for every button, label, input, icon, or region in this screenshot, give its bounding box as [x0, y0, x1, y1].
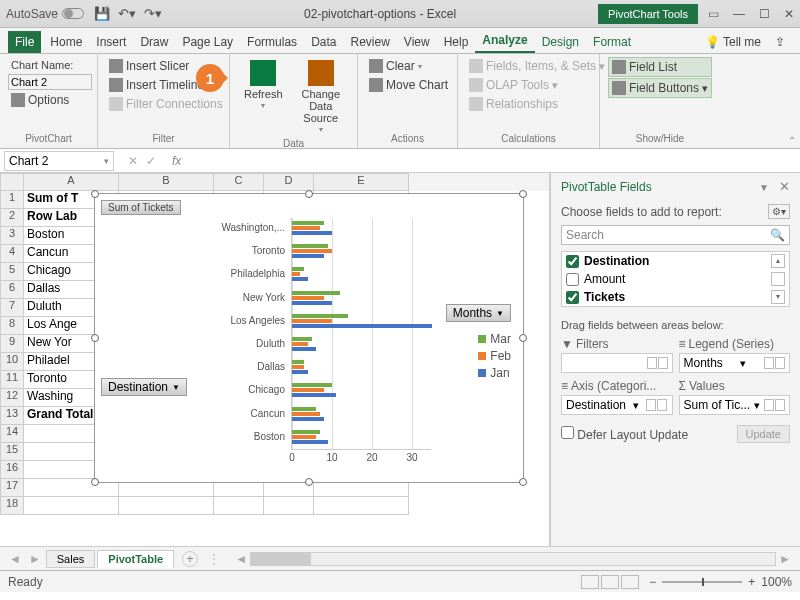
tab-analyze[interactable]: Analyze	[475, 29, 534, 53]
maximize-icon[interactable]: ☐	[759, 7, 770, 21]
clear-button[interactable]: Clear ▾	[366, 57, 451, 75]
fx-label[interactable]: fx	[166, 154, 187, 168]
gear-icon[interactable]: ⚙▾	[768, 204, 790, 219]
autosave-toggle[interactable]: AutoSave	[6, 7, 84, 21]
refresh-button[interactable]: Refresh▾	[238, 57, 289, 138]
horizontal-scrollbar[interactable]: ◄►	[232, 552, 794, 566]
sheet-tab-pivottable[interactable]: PivotTable	[97, 550, 174, 568]
row-header[interactable]: 7	[0, 299, 24, 317]
ribbon: 1 Chart Name: Options PivotChart Insert …	[0, 54, 800, 149]
chart-legend-field-button[interactable]: Months▼	[446, 304, 511, 322]
field-search-input[interactable]: Search🔍	[561, 225, 790, 245]
defer-checkbox[interactable]: Defer Layout Update	[561, 426, 688, 442]
area-values[interactable]: Σ Values Sum of Tic... ▾	[679, 379, 791, 415]
tab-data[interactable]: Data	[304, 31, 343, 53]
close-pane-icon[interactable]: ✕	[779, 179, 790, 194]
cell[interactable]	[24, 497, 119, 515]
pane-subtitle: Choose fields to add to report:	[561, 205, 722, 219]
sheet-nav-next-icon[interactable]: ►	[26, 552, 44, 566]
fields-items-sets-button: Fields, Items, & Sets ▾	[466, 57, 608, 75]
cell[interactable]	[119, 497, 214, 515]
row-header[interactable]: 4	[0, 245, 24, 263]
select-all-corner[interactable]	[0, 173, 24, 191]
cell[interactable]	[314, 497, 409, 515]
row-header[interactable]: 10	[0, 353, 24, 371]
pane-title: PivotTable Fields	[561, 180, 652, 194]
sheet-tab-sales[interactable]: Sales	[46, 550, 96, 568]
zoom-slider[interactable]: −+100%	[649, 575, 792, 589]
col-header[interactable]: B	[119, 173, 214, 191]
pane-dropdown-icon[interactable]: ▼	[759, 182, 769, 193]
tab-insert[interactable]: Insert	[89, 31, 133, 53]
update-button[interactable]: Update	[737, 425, 790, 443]
chart-name-input[interactable]	[8, 74, 92, 90]
name-box[interactable]: Chart 2▾	[4, 151, 114, 171]
row-header[interactable]: 8	[0, 317, 24, 335]
save-icon[interactable]: 💾	[94, 6, 110, 21]
cell[interactable]	[264, 497, 314, 515]
pivot-chart[interactable]: Sum of Tickets Destination▼ Months▼ 0102…	[94, 193, 524, 483]
ribbon-options-icon[interactable]: ▭	[708, 7, 719, 21]
worksheet-grid[interactable]: A B C D E 1Sum of T2Row Lab3Boston4Cancu…	[0, 173, 550, 546]
cancel-formula-icon: ✕	[128, 154, 138, 168]
row-header[interactable]: 14	[0, 425, 24, 443]
row-header[interactable]: 12	[0, 389, 24, 407]
col-header[interactable]: C	[214, 173, 264, 191]
undo-icon[interactable]: ↶▾	[118, 6, 136, 21]
view-buttons[interactable]	[581, 575, 639, 589]
area-filters[interactable]: ▼ Filters	[561, 337, 673, 373]
share-icon[interactable]: ⇪	[768, 31, 792, 53]
row-header[interactable]: 6	[0, 281, 24, 299]
row-header[interactable]: 5	[0, 263, 24, 281]
tab-home[interactable]: Home	[43, 31, 89, 53]
row-header[interactable]: 11	[0, 371, 24, 389]
tab-draw[interactable]: Draw	[133, 31, 175, 53]
tab-format[interactable]: Format	[586, 31, 638, 53]
change-data-source-button[interactable]: Change Data Source▾	[293, 57, 349, 138]
tab-file[interactable]: File	[8, 31, 41, 53]
tell-me[interactable]: 💡 Tell me	[698, 31, 768, 53]
row-header[interactable]: 2	[0, 209, 24, 227]
col-header[interactable]: E	[314, 173, 409, 191]
row-header[interactable]: 13	[0, 407, 24, 425]
tab-help[interactable]: Help	[437, 31, 476, 53]
tab-view[interactable]: View	[397, 31, 437, 53]
row-header[interactable]: 17	[0, 479, 24, 497]
field-item[interactable]: Amount	[562, 270, 789, 288]
cell[interactable]	[214, 497, 264, 515]
row-header[interactable]: 18	[0, 497, 24, 515]
row-header[interactable]: 3	[0, 227, 24, 245]
field-item[interactable]: Destination▴	[562, 252, 789, 270]
tab-formulas[interactable]: Formulas	[240, 31, 304, 53]
sheet-nav-prev-icon[interactable]: ◄	[6, 552, 24, 566]
move-chart-button[interactable]: Move Chart	[366, 76, 451, 94]
group-calculations: Calculations	[466, 133, 591, 146]
row-header[interactable]: 15	[0, 443, 24, 461]
row-header[interactable]: 16	[0, 461, 24, 479]
status-bar: Ready −+100%	[0, 570, 800, 592]
new-sheet-icon[interactable]: +	[182, 551, 198, 567]
area-axis[interactable]: ≡ Axis (Categori... Destination ▾	[561, 379, 673, 415]
redo-icon[interactable]: ↷▾	[144, 6, 162, 21]
tab-review[interactable]: Review	[343, 31, 396, 53]
enter-formula-icon: ✓	[146, 154, 156, 168]
chart-value-field-button[interactable]: Sum of Tickets	[101, 200, 181, 215]
tab-design[interactable]: Design	[535, 31, 586, 53]
collapse-ribbon-icon[interactable]: ⌃	[788, 135, 796, 146]
tab-pagelayout[interactable]: Page Lay	[175, 31, 240, 53]
field-list-button[interactable]: Field List	[608, 57, 712, 77]
chart-axis-field-button[interactable]: Destination▼	[101, 378, 187, 396]
options-button[interactable]: Options	[8, 91, 89, 109]
field-buttons-button[interactable]: Field Buttons ▾	[608, 78, 712, 98]
chart-name-label: Chart Name:	[8, 57, 89, 73]
field-item[interactable]: Tickets▾	[562, 288, 789, 306]
close-icon[interactable]: ✕	[784, 7, 794, 21]
row-header[interactable]: 9	[0, 335, 24, 353]
sheet-tab-bar: ◄ ► Sales PivotTable + ⋮ ◄►	[0, 546, 800, 570]
row-header[interactable]: 1	[0, 191, 24, 209]
area-legend[interactable]: ≡ Legend (Series) Months ▾	[679, 337, 791, 373]
minimize-icon[interactable]: —	[733, 7, 745, 21]
col-header[interactable]: A	[24, 173, 119, 191]
quick-access-toolbar: 💾 ↶▾ ↷▾	[94, 6, 162, 21]
col-header[interactable]: D	[264, 173, 314, 191]
